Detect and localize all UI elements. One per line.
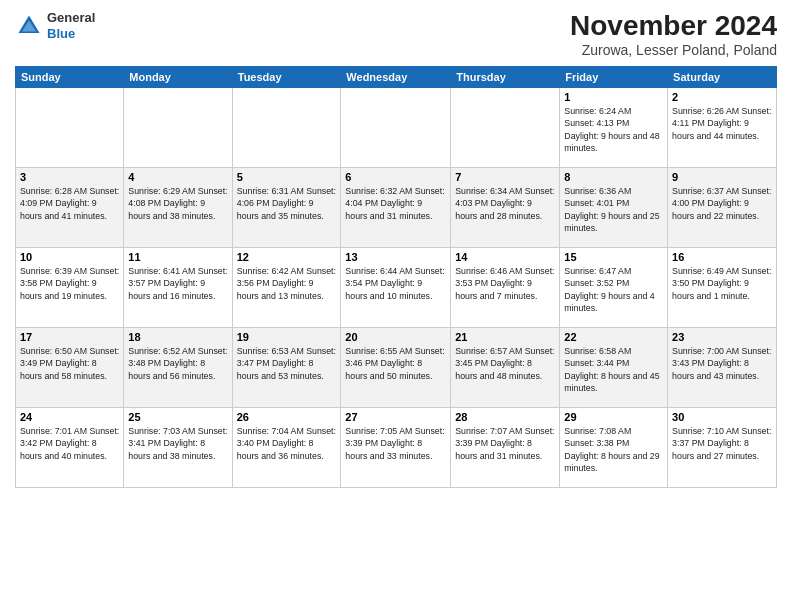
day-info: Sunrise: 6:31 AM Sunset: 4:06 PM Dayligh… xyxy=(237,185,337,222)
day-info: Sunrise: 7:03 AM Sunset: 3:41 PM Dayligh… xyxy=(128,425,227,462)
weekday-header: Saturday xyxy=(668,67,777,88)
calendar-cell: 22Sunrise: 6:58 AM Sunset: 3:44 PM Dayli… xyxy=(560,328,668,408)
day-number: 16 xyxy=(672,251,772,263)
day-number: 18 xyxy=(128,331,227,343)
weekday-header: Wednesday xyxy=(341,67,451,88)
day-number: 25 xyxy=(128,411,227,423)
day-info: Sunrise: 6:32 AM Sunset: 4:04 PM Dayligh… xyxy=(345,185,446,222)
day-info: Sunrise: 6:26 AM Sunset: 4:11 PM Dayligh… xyxy=(672,105,772,142)
calendar-cell: 17Sunrise: 6:50 AM Sunset: 3:49 PM Dayli… xyxy=(16,328,124,408)
day-number: 23 xyxy=(672,331,772,343)
calendar-cell: 1Sunrise: 6:24 AM Sunset: 4:13 PM Daylig… xyxy=(560,88,668,168)
calendar-cell: 29Sunrise: 7:08 AM Sunset: 3:38 PM Dayli… xyxy=(560,408,668,488)
calendar-cell: 19Sunrise: 6:53 AM Sunset: 3:47 PM Dayli… xyxy=(232,328,341,408)
day-info: Sunrise: 6:44 AM Sunset: 3:54 PM Dayligh… xyxy=(345,265,446,302)
day-number: 27 xyxy=(345,411,446,423)
calendar-cell: 16Sunrise: 6:49 AM Sunset: 3:50 PM Dayli… xyxy=(668,248,777,328)
day-number: 1 xyxy=(564,91,663,103)
calendar-cell: 21Sunrise: 6:57 AM Sunset: 3:45 PM Dayli… xyxy=(451,328,560,408)
calendar-cell xyxy=(16,88,124,168)
day-number: 12 xyxy=(237,251,337,263)
calendar-cell: 2Sunrise: 6:26 AM Sunset: 4:11 PM Daylig… xyxy=(668,88,777,168)
page: General Blue November 2024 Zurowa, Lesse… xyxy=(0,0,792,612)
day-number: 11 xyxy=(128,251,227,263)
day-info: Sunrise: 6:24 AM Sunset: 4:13 PM Dayligh… xyxy=(564,105,663,154)
calendar-cell: 9Sunrise: 6:37 AM Sunset: 4:00 PM Daylig… xyxy=(668,168,777,248)
calendar-cell: 12Sunrise: 6:42 AM Sunset: 3:56 PM Dayli… xyxy=(232,248,341,328)
day-info: Sunrise: 6:34 AM Sunset: 4:03 PM Dayligh… xyxy=(455,185,555,222)
calendar-cell: 13Sunrise: 6:44 AM Sunset: 3:54 PM Dayli… xyxy=(341,248,451,328)
calendar-cell: 6Sunrise: 6:32 AM Sunset: 4:04 PM Daylig… xyxy=(341,168,451,248)
month-title: November 2024 xyxy=(570,10,777,42)
day-info: Sunrise: 6:42 AM Sunset: 3:56 PM Dayligh… xyxy=(237,265,337,302)
weekday-header: Thursday xyxy=(451,67,560,88)
day-info: Sunrise: 6:53 AM Sunset: 3:47 PM Dayligh… xyxy=(237,345,337,382)
day-number: 17 xyxy=(20,331,119,343)
calendar-cell: 7Sunrise: 6:34 AM Sunset: 4:03 PM Daylig… xyxy=(451,168,560,248)
calendar-week-row: 10Sunrise: 6:39 AM Sunset: 3:58 PM Dayli… xyxy=(16,248,777,328)
day-number: 21 xyxy=(455,331,555,343)
day-info: Sunrise: 6:46 AM Sunset: 3:53 PM Dayligh… xyxy=(455,265,555,302)
day-number: 15 xyxy=(564,251,663,263)
calendar-week-row: 24Sunrise: 7:01 AM Sunset: 3:42 PM Dayli… xyxy=(16,408,777,488)
day-info: Sunrise: 6:52 AM Sunset: 3:48 PM Dayligh… xyxy=(128,345,227,382)
day-number: 14 xyxy=(455,251,555,263)
day-number: 30 xyxy=(672,411,772,423)
day-info: Sunrise: 6:50 AM Sunset: 3:49 PM Dayligh… xyxy=(20,345,119,382)
day-number: 22 xyxy=(564,331,663,343)
calendar-header-row: SundayMondayTuesdayWednesdayThursdayFrid… xyxy=(16,67,777,88)
calendar-cell: 25Sunrise: 7:03 AM Sunset: 3:41 PM Dayli… xyxy=(124,408,232,488)
calendar-cell xyxy=(341,88,451,168)
day-number: 5 xyxy=(237,171,337,183)
calendar-week-row: 3Sunrise: 6:28 AM Sunset: 4:09 PM Daylig… xyxy=(16,168,777,248)
day-info: Sunrise: 6:58 AM Sunset: 3:44 PM Dayligh… xyxy=(564,345,663,394)
day-number: 3 xyxy=(20,171,119,183)
header: General Blue November 2024 Zurowa, Lesse… xyxy=(15,10,777,58)
logo-icon xyxy=(15,12,43,40)
day-info: Sunrise: 6:57 AM Sunset: 3:45 PM Dayligh… xyxy=(455,345,555,382)
calendar-cell: 24Sunrise: 7:01 AM Sunset: 3:42 PM Dayli… xyxy=(16,408,124,488)
logo-general: General xyxy=(47,10,95,25)
calendar-cell: 3Sunrise: 6:28 AM Sunset: 4:09 PM Daylig… xyxy=(16,168,124,248)
calendar-cell: 8Sunrise: 6:36 AM Sunset: 4:01 PM Daylig… xyxy=(560,168,668,248)
calendar-cell xyxy=(124,88,232,168)
day-number: 29 xyxy=(564,411,663,423)
day-number: 7 xyxy=(455,171,555,183)
day-info: Sunrise: 6:28 AM Sunset: 4:09 PM Dayligh… xyxy=(20,185,119,222)
day-info: Sunrise: 7:00 AM Sunset: 3:43 PM Dayligh… xyxy=(672,345,772,382)
day-number: 26 xyxy=(237,411,337,423)
calendar-week-row: 17Sunrise: 6:50 AM Sunset: 3:49 PM Dayli… xyxy=(16,328,777,408)
day-info: Sunrise: 7:01 AM Sunset: 3:42 PM Dayligh… xyxy=(20,425,119,462)
logo-text: General Blue xyxy=(47,10,95,41)
calendar-cell: 28Sunrise: 7:07 AM Sunset: 3:39 PM Dayli… xyxy=(451,408,560,488)
calendar-cell xyxy=(232,88,341,168)
day-number: 8 xyxy=(564,171,663,183)
day-number: 9 xyxy=(672,171,772,183)
day-number: 2 xyxy=(672,91,772,103)
day-number: 20 xyxy=(345,331,446,343)
day-info: Sunrise: 6:49 AM Sunset: 3:50 PM Dayligh… xyxy=(672,265,772,302)
calendar-cell: 5Sunrise: 6:31 AM Sunset: 4:06 PM Daylig… xyxy=(232,168,341,248)
calendar-week-row: 1Sunrise: 6:24 AM Sunset: 4:13 PM Daylig… xyxy=(16,88,777,168)
day-number: 24 xyxy=(20,411,119,423)
day-number: 4 xyxy=(128,171,227,183)
day-info: Sunrise: 7:10 AM Sunset: 3:37 PM Dayligh… xyxy=(672,425,772,462)
calendar-cell: 26Sunrise: 7:04 AM Sunset: 3:40 PM Dayli… xyxy=(232,408,341,488)
day-number: 13 xyxy=(345,251,446,263)
calendar-cell: 30Sunrise: 7:10 AM Sunset: 3:37 PM Dayli… xyxy=(668,408,777,488)
logo-blue: Blue xyxy=(47,26,75,41)
day-number: 10 xyxy=(20,251,119,263)
calendar-cell: 18Sunrise: 6:52 AM Sunset: 3:48 PM Dayli… xyxy=(124,328,232,408)
day-info: Sunrise: 6:47 AM Sunset: 3:52 PM Dayligh… xyxy=(564,265,663,314)
day-number: 19 xyxy=(237,331,337,343)
day-info: Sunrise: 6:36 AM Sunset: 4:01 PM Dayligh… xyxy=(564,185,663,234)
logo: General Blue xyxy=(15,10,95,41)
location: Zurowa, Lesser Poland, Poland xyxy=(570,42,777,58)
weekday-header: Sunday xyxy=(16,67,124,88)
calendar-cell: 11Sunrise: 6:41 AM Sunset: 3:57 PM Dayli… xyxy=(124,248,232,328)
calendar-cell: 27Sunrise: 7:05 AM Sunset: 3:39 PM Dayli… xyxy=(341,408,451,488)
title-block: November 2024 Zurowa, Lesser Poland, Pol… xyxy=(570,10,777,58)
day-number: 28 xyxy=(455,411,555,423)
day-info: Sunrise: 6:55 AM Sunset: 3:46 PM Dayligh… xyxy=(345,345,446,382)
calendar-cell: 14Sunrise: 6:46 AM Sunset: 3:53 PM Dayli… xyxy=(451,248,560,328)
